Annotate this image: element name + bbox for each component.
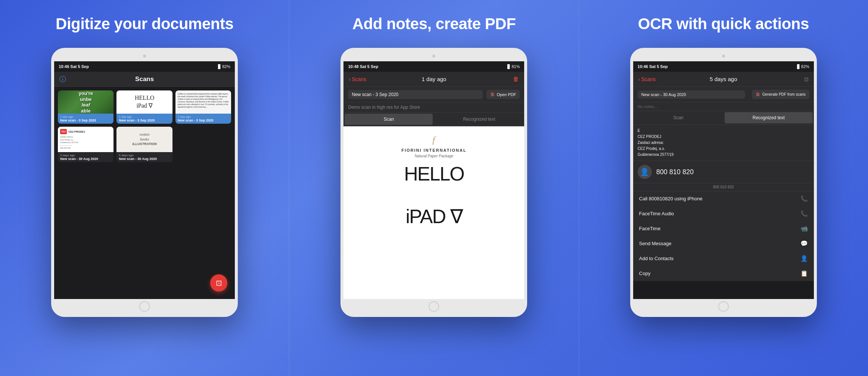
action-item-call[interactable]: Call 800810820 using iPhone 📞 <box>633 191 814 206</box>
scan-tabs-3: Scan Recognized text <box>633 111 814 125</box>
fab-scan-button[interactable]: ⊡ <box>210 274 227 292</box>
scan-title-leaf: New scan - 3 Sep 2020 <box>60 118 111 122</box>
scan-img-illus: motionbooksILLUSTRATION <box>116 127 172 152</box>
scan-img-cez: ČEZ CEZ PRODEJ Zasilaci adresa: CEZ Prod… <box>58 127 113 152</box>
fiorini-logo: ƒ <box>431 134 436 146</box>
ipad-camera-2 <box>432 55 435 58</box>
phone-icon-call: 📞 <box>800 195 808 202</box>
scan-footer-cez: 5 days ago New scan - 30 Aug 2020 <box>58 152 113 162</box>
action-menu: 800 810 820 Call 800810820 using iPhone … <box>633 183 814 299</box>
video-icon-facetime: 📹 <box>800 225 808 232</box>
action-item-facetime[interactable]: FaceTime 📹 <box>633 221 814 236</box>
action-item-message[interactable]: Send Message 💬 <box>633 236 814 251</box>
battery-3: ▊ 82% <box>797 64 809 69</box>
nav-center-3: 5 days ago <box>710 76 737 82</box>
back-button-3[interactable]: ‹ Scans <box>638 76 656 82</box>
home-button-2[interactable] <box>429 301 439 312</box>
status-time-1: 10:46 Sat 5 Sep <box>59 64 89 69</box>
ipad-top-bar-1 <box>54 51 235 61</box>
scan-card-cez[interactable]: ČEZ CEZ PRODEJ Zasilaci adresa: CEZ Prod… <box>58 127 113 162</box>
ocr-line-1: E <box>638 128 809 134</box>
contact-avatar: 👤 <box>638 165 652 179</box>
action-message-label: Send Message <box>639 241 672 246</box>
tab-scan-3[interactable]: Scan <box>634 112 722 123</box>
info-icon-1[interactable]: ⓘ <box>59 75 66 84</box>
scan-time-cez: 5 days ago <box>60 154 111 157</box>
copy-icon: 📋 <box>800 270 808 277</box>
section-ocr: OCR with quick actions 10:46 Sat 5 Sep ▊… <box>579 0 868 376</box>
ipad-bottom-2 <box>343 299 524 314</box>
doc-title-2[interactable]: New scan - 3 Sep 2020 <box>348 90 482 99</box>
hello-ipad-main-text: HELLOiPAD ∇ <box>404 163 464 228</box>
nav-title-1: Scans <box>135 75 154 83</box>
action-call-label: Call 800810820 using iPhone <box>639 196 703 201</box>
section3-title: OCR with quick actions <box>638 15 809 33</box>
ipad-screen-1: 10:46 Sat 5 Sep ▊ 82% ⓘ Scans <box>54 61 235 299</box>
home-button-3[interactable] <box>718 301 729 312</box>
scan-img-hello: HELLOiPad ∇ <box>116 90 172 114</box>
scan-card-illus[interactable]: motionbooksILLUSTRATION 5 days ago New s… <box>116 127 172 162</box>
action-phone-label: 800 810 820 <box>633 183 814 191</box>
contacts-icon: 👤 <box>800 255 808 262</box>
scan-card-leaf[interactable]: you'reunbeleafable 1 day ago New scan - … <box>58 90 113 124</box>
tab-recognized-3[interactable]: Recognized text <box>725 112 813 123</box>
status-right-2: ▊ 81% <box>507 64 520 69</box>
contact-row: 👤 800 810 820 <box>633 161 814 183</box>
scan-title-hello: New scan - 3 Sep 2020 <box>119 118 170 122</box>
fiorini-subtitle: Natural Paper Package <box>415 154 453 158</box>
hello-thumb-text: HELLOiPad ∇ <box>135 94 154 110</box>
back-button-2[interactable]: ‹ Scans <box>349 76 366 82</box>
action-item-contacts[interactable]: Add to Contacts 👤 <box>633 251 814 266</box>
leaf-thumbnail: you'reunbeleafable <box>58 90 113 114</box>
ocr-line-2: CEZ PRODEJ <box>638 134 809 140</box>
nav-bar-3: ‹ Scans 5 days ago ⊡ <box>633 72 814 87</box>
ipad-camera-3 <box>722 55 725 58</box>
open-pdf-btn[interactable]: 🗎 Open PDF <box>486 90 520 99</box>
cez-text: Zasilaci adresa: CEZ Prodej, a.s. Gulden… <box>60 136 111 150</box>
ocr-line-4: CEZ Prodej, a.s. <box>638 146 809 152</box>
scan-tabs-2: Scan Recognized text <box>343 113 524 126</box>
scan-time-leaf: 1 day ago <box>60 115 111 118</box>
app-container: Digitize your documents 10:46 Sat 5 Sep … <box>0 0 868 376</box>
scan-footer-leaf: 1 day ago New scan - 3 Sep 2020 <box>58 114 113 124</box>
ocr-line-5: Guldenerova 2577/19 <box>638 152 809 158</box>
action-item-facetime-audio[interactable]: FaceTime Audio 📞 <box>633 206 814 221</box>
chevron-left-icon-3: ‹ <box>638 76 640 82</box>
chevron-left-icon-2: ‹ <box>349 76 351 82</box>
status-right-3: ▊ 82% <box>797 64 809 69</box>
scan-card-hello[interactable]: HELLOiPad ∇ 1 day ago New scan - 3 Sep 2… <box>116 90 172 124</box>
cez-name: CEZ PRODEJ <box>68 130 85 133</box>
wifi-icon-1: ▊ 82% <box>218 64 230 69</box>
ocr-text-block: E CEZ PRODEJ Zasilaci adresa: CEZ Prodej… <box>633 125 814 161</box>
doc-notes-2[interactable]: Demo scan in high res for App Store <box>343 102 524 113</box>
battery-2: ▊ 81% <box>507 64 520 69</box>
tab-recognized-2[interactable]: Recognized text <box>435 114 523 125</box>
gen-pdf-btn[interactable]: 🗎 Generate PDF from scans <box>752 90 809 99</box>
status-bar-3: 10:46 Sat 5 Sep ▊ 82% <box>633 61 814 72</box>
back-label-2: Scans <box>352 76 366 82</box>
scans-grid: you'reunbeleafable 1 day ago New scan - … <box>54 87 235 166</box>
scans-row-1: you'reunbeleafable 1 day ago New scan - … <box>58 90 231 124</box>
ipad-mockup-2: 10:48 Sat 5 Sep ▊ 81% ‹ Scans 1 day ago … <box>340 48 527 317</box>
doc-title-3[interactable]: New scan - 30 Aug 2020 <box>638 90 745 99</box>
gen-pdf-label: Generate PDF from scans <box>762 92 806 96</box>
pdf-icon: 🗎 <box>490 92 495 97</box>
doc-notes-3[interactable]: No notes... <box>633 102 814 111</box>
nav-right-icon-3: ⊡ <box>804 76 809 82</box>
scan-footer-illus: 5 days ago New scan - 30 Aug 2020 <box>116 152 172 162</box>
cez-logo: ČEZ <box>60 129 67 134</box>
ipad-screen-3: 10:46 Sat 5 Sep ▊ 82% ‹ Scans 5 days ago… <box>633 61 814 299</box>
trash-button-2[interactable]: 🗑 <box>513 76 519 83</box>
scan-card-text[interactable]: Coffee is a brewed drink prepared from r… <box>175 90 231 124</box>
contact-number[interactable]: 800 810 820 <box>656 168 694 176</box>
section-digitize: Digitize your documents 10:46 Sat 5 Sep … <box>0 0 289 376</box>
scan-title-text: New scan - 3 Sep 2020 <box>178 118 229 122</box>
nav-bar-2: ‹ Scans 1 day ago 🗑 <box>343 72 524 87</box>
home-button-1[interactable] <box>139 301 150 312</box>
illus-text: motionbooksILLUSTRATION <box>132 132 156 147</box>
tab-scan-2[interactable]: Scan <box>345 114 433 125</box>
status-time-2: 10:48 Sat 5 Sep <box>348 64 378 69</box>
action-item-copy[interactable]: Copy 📋 <box>633 266 814 281</box>
ipad-camera-1 <box>143 55 146 58</box>
ipad-screen-2: 10:48 Sat 5 Sep ▊ 81% ‹ Scans 1 day ago … <box>343 61 524 299</box>
